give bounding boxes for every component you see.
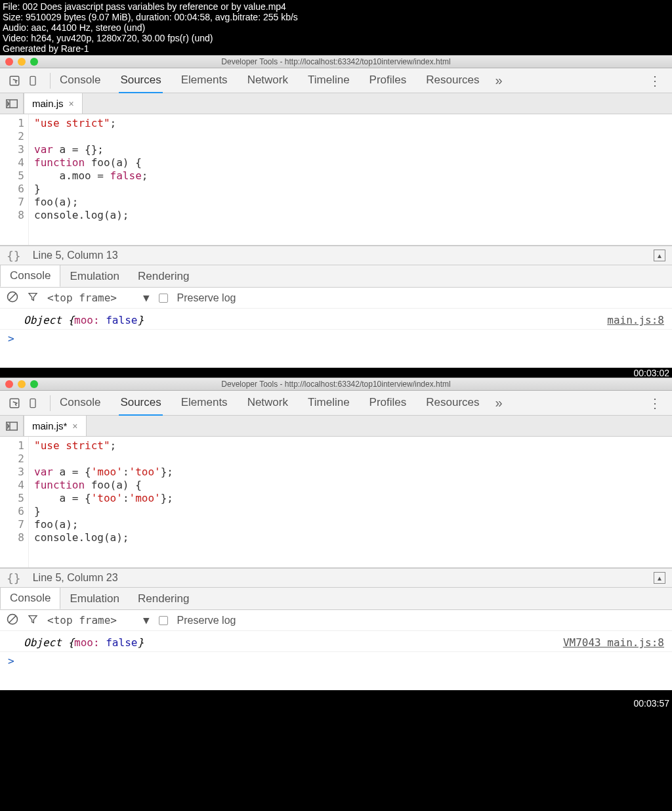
console-message: Object {moo: false} (24, 314, 607, 326)
video-metadata: File: 002 Does javascript pass variables… (0, 0, 672, 55)
navigator-toggle-icon[interactable] (0, 93, 24, 114)
devtools-window-2: Developer Tools - http://localhost:63342… (0, 378, 672, 690)
cursor-position: Line 5, Column 23 (33, 572, 118, 584)
preserve-log-checkbox[interactable] (159, 616, 168, 625)
console-output[interactable]: Object {moo: false} VM7043 main.js:8 > (0, 631, 672, 690)
pretty-print-icon[interactable]: {} (7, 571, 21, 585)
code-editor[interactable]: 1 2 3 4 5 6 7 8 "use strict"; var a = {'… (0, 437, 672, 568)
svg-rect-1 (30, 76, 35, 85)
console-output[interactable]: Object {moo: false} main.js:8 > (0, 309, 672, 368)
file-tab-mainjs[interactable]: main.js × (24, 93, 83, 114)
svg-line-4 (9, 294, 16, 301)
tab-sources[interactable]: Sources (119, 68, 162, 93)
close-tab-icon[interactable]: × (69, 99, 74, 109)
frame-selector[interactable]: <top frame> ▼ (47, 292, 150, 304)
file-tab-label: main.js* (32, 420, 67, 431)
tab-console[interactable]: Console (58, 68, 102, 93)
console-toolbar: <top frame> ▼ Preserve log (0, 610, 672, 631)
file-tabs: main.js* × (0, 416, 672, 437)
tab-timeline[interactable]: Timeline (306, 391, 351, 416)
tab-network[interactable]: Network (246, 68, 289, 93)
console-source-link[interactable]: VM7043 main.js:8 (563, 636, 664, 649)
drawer-tab-emulation[interactable]: Emulation (60, 588, 129, 609)
zoom-button[interactable] (30, 380, 38, 388)
device-icon[interactable] (24, 394, 42, 412)
drawer-tab-rendering[interactable]: Rendering (129, 265, 198, 287)
filter-icon[interactable] (28, 292, 38, 305)
chevron-down-icon: ▼ (143, 292, 150, 304)
device-icon[interactable] (24, 72, 42, 90)
tab-elements[interactable]: Elements (180, 391, 229, 416)
svg-line-9 (9, 616, 16, 623)
traffic-lights (5, 380, 38, 388)
drawer-tab-rendering[interactable]: Rendering (129, 588, 198, 609)
meta-video: Video: h264, yuv420p, 1280x720, 30.00 fp… (3, 33, 669, 43)
navigator-toggle-icon[interactable] (0, 416, 24, 436)
close-button[interactable] (5, 58, 13, 66)
clear-console-icon[interactable] (7, 291, 18, 305)
pretty-print-icon[interactable]: {} (7, 249, 21, 263)
separator (50, 73, 51, 89)
titlebar[interactable]: Developer Tools - http://localhost:63342… (0, 55, 672, 68)
tab-profiles[interactable]: Profiles (368, 68, 408, 93)
frame-label: <top frame> (47, 292, 117, 304)
tab-elements[interactable]: Elements (180, 68, 229, 93)
drawer-tab-console[interactable]: Console (0, 265, 60, 287)
window-title: Developer Tools - http://localhost:63342… (221, 57, 450, 66)
timestamp-1: 00:03:02 (634, 368, 670, 378)
more-tabs-icon[interactable]: » (495, 395, 503, 410)
svg-rect-6 (30, 399, 35, 407)
kebab-menu-icon[interactable]: ⋮ (643, 73, 667, 89)
tab-network[interactable]: Network (246, 391, 289, 416)
tab-console[interactable]: Console (58, 391, 102, 416)
code-content[interactable]: "use strict"; var a = {'moo':'too'}; fun… (29, 437, 672, 567)
tab-sources[interactable]: Sources (119, 391, 162, 416)
drawer-tab-console[interactable]: Console (0, 588, 60, 609)
console-prompt[interactable]: > (0, 330, 672, 347)
tab-timeline[interactable]: Timeline (306, 68, 351, 93)
code-content[interactable]: "use strict"; var a = {}; function foo(a… (29, 114, 672, 245)
frame-selector[interactable]: <top frame> ▼ (47, 614, 150, 626)
file-tab-mainjs[interactable]: main.js* × (24, 416, 87, 436)
console-toolbar: <top frame> ▼ Preserve log (0, 288, 672, 309)
minimize-button[interactable] (18, 380, 26, 388)
console-message-row: Object {moo: false} VM7043 main.js:8 (0, 634, 672, 652)
inspect-icon[interactable] (5, 72, 24, 90)
meta-audio: Audio: aac, 44100 Hz, stereo (und) (3, 22, 669, 33)
clear-console-icon[interactable] (7, 613, 18, 628)
filter-icon[interactable] (28, 614, 38, 627)
tab-resources[interactable]: Resources (425, 391, 480, 416)
meta-size: Size: 9510029 bytes (9.07 MiB), duration… (3, 12, 669, 22)
timestamp-2: 00:03:57 (634, 698, 670, 709)
toggle-panel-icon[interactable]: ▲ (654, 572, 665, 584)
drawer-tab-emulation[interactable]: Emulation (60, 265, 129, 287)
main-toolbar: Console Sources Elements Network Timelin… (0, 391, 672, 416)
preserve-log-label: Preserve log (177, 615, 236, 626)
preserve-log-checkbox[interactable] (159, 294, 168, 303)
line-gutter: 1 2 3 4 5 6 7 8 (0, 114, 29, 245)
tab-resources[interactable]: Resources (425, 68, 480, 93)
preserve-log-label: Preserve log (177, 292, 236, 304)
titlebar[interactable]: Developer Tools - http://localhost:63342… (0, 378, 672, 391)
drawer-tabs: Console Emulation Rendering (0, 588, 672, 610)
kebab-menu-icon[interactable]: ⋮ (643, 395, 667, 411)
console-message: Object {moo: false} (24, 636, 563, 649)
toggle-panel-icon[interactable]: ▲ (654, 250, 665, 261)
console-source-link[interactable]: main.js:8 (607, 314, 664, 326)
tab-profiles[interactable]: Profiles (368, 391, 408, 416)
editor-status-bar: {} Line 5, Column 13 ▲ (0, 246, 672, 265)
close-tab-icon[interactable]: × (72, 421, 77, 431)
cursor-position: Line 5, Column 13 (33, 250, 118, 261)
minimize-button[interactable] (18, 58, 26, 66)
zoom-button[interactable] (30, 58, 38, 66)
editor-status-bar: {} Line 5, Column 23 ▲ (0, 568, 672, 588)
code-editor[interactable]: 1 2 3 4 5 6 7 8 "use strict"; var a = {}… (0, 114, 672, 246)
console-prompt[interactable]: > (0, 652, 672, 670)
meta-gen: Generated by Rare-1 (3, 43, 669, 54)
meta-file: File: 002 Does javascript pass variables… (3, 1, 669, 12)
window-title: Developer Tools - http://localhost:63342… (221, 380, 450, 389)
close-button[interactable] (5, 380, 13, 388)
more-tabs-icon[interactable]: » (495, 73, 503, 88)
devtools-window-1: Developer Tools - http://localhost:63342… (0, 55, 672, 368)
inspect-icon[interactable] (5, 394, 24, 412)
